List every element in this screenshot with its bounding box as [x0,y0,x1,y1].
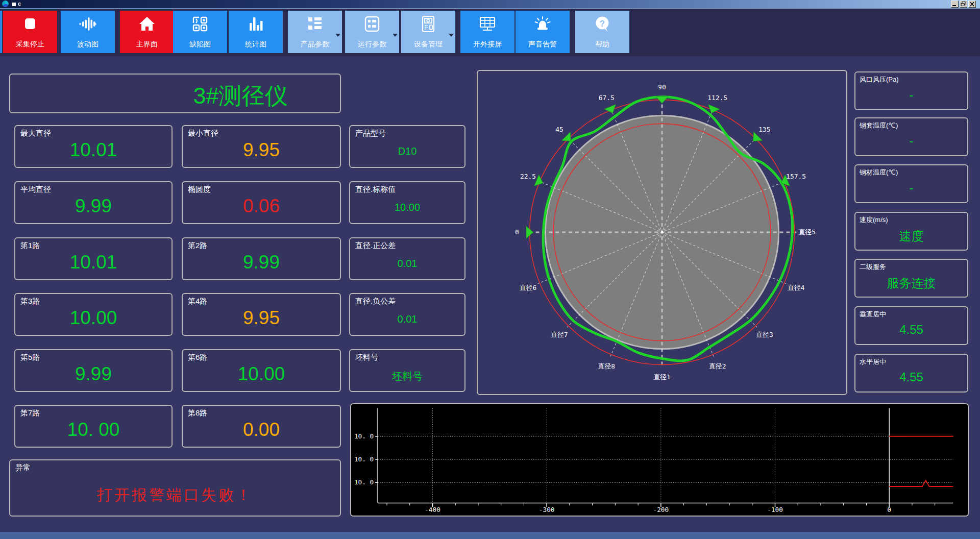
x-tick-label: -400 [425,506,440,513]
metric-label: 第7路 [20,408,40,418]
param-box-product-model: 产品型号 D10 [349,125,465,168]
polar-axis-label: 45 [555,126,564,133]
status-label: 钢材温度(℃) [860,168,898,177]
toolbar-button-run-params[interactable]: 运行参数 [345,11,399,53]
status-label: 速度(m/s) [860,215,888,225]
toolbar-button-label: 产品参数 [288,40,342,49]
y-tick-label: 10. 0 [354,478,374,486]
toolbar-button-product-params[interactable]: 产品参数 [288,11,342,53]
waveform-icon [79,15,97,33]
stop-icon [21,15,39,33]
metric-label: 椭圆度 [188,185,211,194]
help-icon: ? [593,15,611,33]
toolbar-button-stop-acquisition[interactable]: 采集停止 [3,11,57,53]
toolbar-button-statistics-chart[interactable]: 统计图 [229,11,283,53]
toolbar-button-main-screen[interactable]: 主界面 [120,11,174,53]
metric-value: 10. 00 [15,419,172,440]
status-value: 4.55 [855,323,967,337]
toolbar-button-label: 声音告警 [516,40,570,49]
param-box-upper-tolerance: 直径.正公差 0.01 [349,237,465,280]
metric-label: 第8路 [188,408,207,418]
status-box-secondary-service: 二级服务 服务连接 [854,259,968,298]
polar-panel: 022.54567.590112.5135157.5直径5直径4直径3直径2直径… [477,70,847,395]
polar-axis-label: 0 [515,228,519,236]
toolbar-button-label: 波动图 [61,40,115,49]
metric-value: 9.95 [183,307,340,329]
toolbar-button-device-manage[interactable]: 设备管理 [401,11,455,53]
roundness-polar-chart: 022.54567.590112.5135157.5直径5直径4直径3直径2直径… [478,71,846,394]
close-icon [969,1,975,7]
status-box-sleeve-temperature: 钢套温度(℃) - [854,117,968,156]
metric-box-path4: 第4路 9.95 [182,293,341,336]
metric-label: 第3路 [20,297,40,306]
status-value: - [855,181,967,195]
x-tick-label: -100 [767,506,783,513]
status-box-air-pressure: 风口风压(Pa) - [854,71,968,110]
metric-box-path2: 第2路 9.99 [182,237,341,280]
polar-axis-label: 直径7 [551,331,568,338]
polar-axis-label: 67.5 [599,94,615,102]
sound-alarm-icon [533,15,552,33]
polar-axis-label: 112.5 [707,94,727,102]
param-value: 坯料号 [350,370,464,383]
metric-value: 0.00 [183,419,340,440]
toolbar-button-label: 采集停止 [3,40,57,49]
status-value: 速度 [855,228,967,244]
toolbar-button-label: 开外接屏 [460,40,514,49]
polar-axis-label: 直径2 [709,362,726,370]
polar-center-dot [661,231,664,234]
metric-label: 第4路 [188,297,207,306]
metric-box-max-diameter: 最大直径 10.01 [14,125,173,168]
dropdown-arrow-icon [393,34,398,37]
restore-button[interactable] [960,1,967,8]
toolbar-button-label: 主界面 [120,40,174,49]
metric-box-path3: 第3路 10.00 [14,293,173,336]
metric-value: 10.00 [183,363,340,385]
metric-box-ovality: 椭圆度 0.06 [182,181,341,224]
toolbar-button-label: 帮助 [575,40,629,49]
metric-box-path5: 第5路 9.99 [14,349,173,392]
angle-arrow-icon [561,132,571,141]
status-value: - [855,134,967,148]
metric-label: 最大直径 [20,129,51,138]
bar-chart-icon [247,15,265,33]
param-box-lower-tolerance: 直径.负公差 0.01 [349,293,465,336]
toolbar-button-external-screen[interactable]: 开外接屏 [460,11,514,53]
param-label: 坯料号 [355,353,378,362]
angle-arrow-icon [753,132,762,141]
polar-axis-label: 直径4 [788,284,805,291]
toolbar-button-defect-chart[interactable]: 缺陷图 [173,11,227,53]
polar-axis-label: 157.5 [786,173,806,180]
toolbar-button-label: 运行参数 [345,40,399,49]
param-box-billet-number: 坯料号 坯料号 [349,349,465,392]
status-label: 垂直居中 [860,310,886,319]
param-label: 直径.标称值 [355,185,396,194]
status-label: 风口风压(Pa) [860,75,899,84]
status-box-steel-temperature: 钢材温度(℃) - [854,164,968,203]
polar-axis-label: 直径8 [598,362,615,370]
metric-label: 第6路 [188,353,207,362]
close-button[interactable] [968,1,976,8]
x-tick-label: 0 [887,506,891,513]
toolbar-button-help[interactable]: ? 帮助 [575,11,629,53]
trend-panel: 10. 010. 010. 0-400-300-200-1000 [350,403,969,517]
metric-value: 9.99 [15,363,172,385]
metric-label: 平均直径 [20,185,51,194]
minimize-button[interactable] [951,1,959,8]
dropdown-arrow-icon [449,34,454,37]
dropdown-arrow-icon [335,34,340,37]
metric-value: 9.99 [183,252,340,273]
app-logo-icon [2,1,9,7]
app-window: c 采集停止 波动图 [0,0,980,539]
metric-value: 0.06 [183,195,340,217]
status-box-speed: 速度(m/s) 速度 [854,212,968,251]
home-icon [138,15,156,33]
metric-box-path7: 第7路 10. 00 [14,405,173,448]
toolbar-button-wave-chart[interactable]: 波动图 [61,11,115,53]
window-title: c [18,1,21,7]
toolbar-button-sound-alarm[interactable]: 声音告警 [516,11,570,53]
status-value: 服务连接 [855,275,967,291]
status-label: 水平居中 [860,357,886,366]
toolbar-button-label: 设备管理 [401,40,455,49]
svg-text:?: ? [600,19,605,29]
